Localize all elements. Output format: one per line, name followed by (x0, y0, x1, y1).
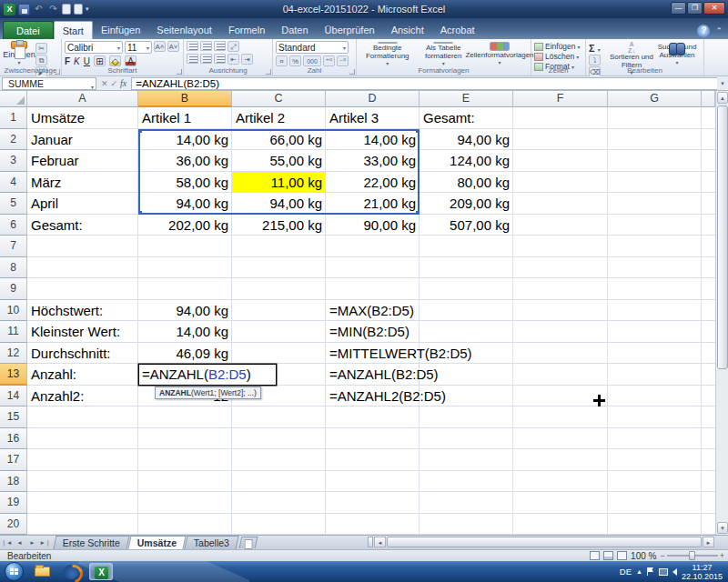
close-button[interactable]: ✕ (703, 2, 725, 15)
delete-cells-button[interactable]: Löschen▾ (534, 52, 582, 61)
sheet-tab-erste-schritte[interactable]: Erste Schritte (53, 536, 129, 549)
cell-A12[interactable]: Durchschnitt: (27, 343, 138, 365)
name-box[interactable]: SUMME▾ (2, 77, 96, 90)
cell-B4[interactable]: 58,00 kg (138, 172, 232, 194)
cell-D4[interactable]: 22,00 kg (326, 172, 420, 194)
cell-E5[interactable]: 209,00 kg (420, 193, 513, 215)
network-icon[interactable] (659, 568, 668, 576)
row-header-2[interactable]: 2 (0, 129, 27, 151)
horizontal-scrollbar[interactable]: ◄ ► (368, 536, 715, 548)
row-header-16[interactable]: 16 (0, 428, 27, 450)
row-header-9[interactable]: 9 (0, 278, 27, 300)
align-top-icon[interactable] (187, 41, 198, 51)
cell-A6[interactable]: Gesamt: (27, 215, 138, 236)
cell-E1[interactable]: Gesamt: (420, 107, 513, 129)
row-header-7[interactable]: 7 (0, 236, 27, 257)
cell-C6[interactable]: 215,00 kg (232, 215, 326, 236)
fill-color-icon[interactable]: ◇ (109, 55, 121, 66)
align-left-icon[interactable] (187, 54, 198, 64)
row-header-3[interactable]: 3 (0, 150, 27, 172)
cancel-icon[interactable]: ✕ (101, 79, 108, 88)
column-header-F[interactable]: F (513, 91, 608, 107)
cell-A14[interactable]: Anzahl2: (27, 386, 138, 407)
percent-icon[interactable]: % (289, 55, 301, 66)
cell-D12[interactable]: =MITTELWERT(B2:D5) (326, 343, 420, 365)
font-size-combo[interactable]: 11▾ (125, 41, 152, 54)
cell-B11[interactable]: 14,00 kg (138, 321, 232, 343)
page-break-view-icon[interactable] (617, 551, 627, 560)
font-color-icon[interactable]: A (125, 55, 136, 66)
help-icon[interactable]: ? (697, 25, 710, 37)
cell-A13[interactable]: Anzahl: (27, 364, 138, 386)
cell-B5[interactable]: 94,00 kg (138, 193, 232, 215)
grow-font-icon[interactable]: A˄ (154, 41, 166, 52)
cell-A4[interactable]: März (27, 172, 138, 194)
cell-C2[interactable]: 66,00 kg (232, 129, 326, 151)
cell-C5[interactable]: 94,00 kg (232, 193, 326, 215)
zoom-out-icon[interactable]: − (660, 551, 664, 560)
align-middle-icon[interactable] (200, 41, 212, 51)
vertical-scroll-thumb[interactable] (717, 105, 728, 369)
conditional-formatting-button[interactable]: Bedingte Formatierung▾ (359, 41, 416, 65)
number-format-combo[interactable]: Standard▾ (276, 41, 349, 54)
expand-formula-bar-icon[interactable]: ▾ (717, 80, 728, 87)
cell-D6[interactable]: 90,00 kg (326, 215, 420, 236)
insert-worksheet-icon[interactable] (239, 537, 258, 548)
cell-D2[interactable]: 14,00 kg (326, 129, 420, 151)
cell-E6[interactable]: 507,00 kg (420, 215, 513, 236)
worksheet-grid[interactable]: ABCDEFG1234567891011121314151617181920Um… (0, 91, 715, 535)
decrease-decimal-icon[interactable]: ⁻⁰ (337, 55, 349, 66)
column-header-E[interactable]: E (420, 91, 513, 107)
cell-A1[interactable]: Umsätze (27, 107, 138, 129)
cell-C1[interactable]: Artikel 2 (232, 107, 326, 129)
find-select-button[interactable]: Suchen und Auswählen▾ (654, 41, 700, 65)
currency-icon[interactable]: ¤ (276, 55, 288, 66)
cell-B6[interactable]: 202,00 kg (138, 215, 232, 236)
cell-E3[interactable]: 124,00 kg (420, 150, 513, 172)
editing-cell-B13[interactable]: =ANZAHL(B2:D5) (138, 364, 277, 386)
cell-A3[interactable]: Februar (27, 150, 138, 172)
zoom-slider[interactable]: − + (660, 551, 724, 560)
copy-icon[interactable]: ⧉ (35, 55, 47, 65)
cell-B3[interactable]: 36,00 kg (138, 150, 232, 172)
page-layout-view-icon[interactable] (603, 551, 613, 560)
increase-decimal-icon[interactable]: ⁺⁰ (323, 55, 335, 66)
zoom-slider-thumb[interactable] (689, 551, 695, 560)
tab-daten[interactable]: Daten (273, 21, 316, 39)
row-header-13[interactable]: 13 (0, 364, 27, 386)
align-bottom-icon[interactable] (214, 41, 226, 51)
column-header-partial[interactable] (702, 91, 715, 107)
column-header-C[interactable]: C (232, 91, 326, 107)
volume-icon[interactable] (672, 568, 677, 576)
orientation-icon[interactable]: ⤢ (228, 41, 239, 52)
row-header-14[interactable]: 14 (0, 386, 27, 407)
cell-B2[interactable]: 14,00 kg (138, 129, 232, 151)
prev-sheet-icon[interactable]: ◄ (14, 537, 25, 548)
cell-D1[interactable]: Artikel 3 (326, 107, 420, 129)
cell-D5[interactable]: 21,00 kg (326, 193, 420, 215)
next-sheet-icon[interactable]: ► (26, 537, 38, 548)
cell-C3[interactable]: 55,00 kg (232, 150, 326, 172)
language-indicator[interactable]: DE (620, 567, 632, 577)
autosum-button[interactable]: Σ ▾ (589, 43, 609, 54)
scroll-right-icon[interactable]: ► (703, 537, 714, 547)
firefox-taskbar-icon[interactable] (60, 563, 84, 580)
minimize-button[interactable]: — (671, 2, 686, 15)
insert-function-icon[interactable]: fx (120, 78, 126, 88)
font-dialog-launcher[interactable] (177, 69, 182, 75)
cell-A5[interactable]: April (27, 193, 138, 215)
tab-formeln[interactable]: Formeln (220, 21, 273, 39)
zoom-level[interactable]: 100 % (631, 551, 656, 561)
row-header-8[interactable]: 8 (0, 257, 27, 279)
tab-start[interactable]: Start (54, 21, 93, 39)
cell-D10[interactable]: =MAX(B2:D5) (326, 300, 420, 322)
column-header-A[interactable]: A (27, 91, 138, 107)
row-header-20[interactable]: 20 (0, 514, 27, 536)
underline-button[interactable]: U (84, 56, 90, 66)
column-header-B[interactable]: B (138, 91, 232, 107)
insert-cells-button[interactable]: Einfügen▾ (534, 42, 582, 51)
cell-D14[interactable]: =ANZAHL2(B2:D5) (326, 386, 420, 407)
thousands-icon[interactable]: 000 (303, 55, 321, 66)
row-header-19[interactable]: 19 (0, 492, 27, 514)
row-header-10[interactable]: 10 (0, 300, 27, 322)
